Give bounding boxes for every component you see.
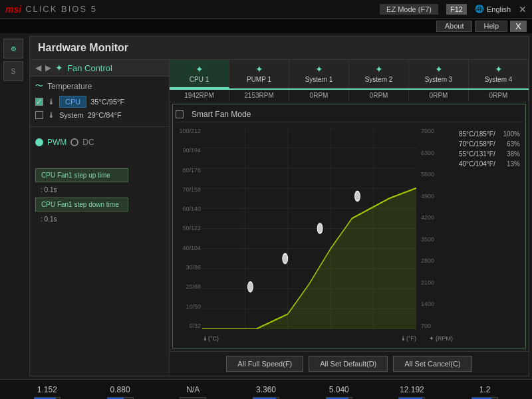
smart-fan-label: Smart Fan Mode xyxy=(192,110,251,119)
fan-tab-pump1[interactable]: ✦ PUMP 1 xyxy=(229,60,289,88)
legend-temp-2: 55°C/131°F/ xyxy=(459,150,495,158)
volt-value-sys12: 12.192 xyxy=(400,385,424,394)
fan-rpm-1: 2153RPM xyxy=(229,90,289,101)
fan-tab-sys3[interactable]: ✦ System 3 xyxy=(409,60,469,88)
legend-temp-3: 40°C/104°F/ xyxy=(459,160,495,168)
volt-item-cpunb: 0.880 CPU NB xyxy=(84,385,157,399)
bios-title: CLICK BIOS 5 xyxy=(25,4,97,14)
fan-rpm-3: 0RPM xyxy=(349,90,409,101)
volt-value-cpunb: 0.880 xyxy=(110,385,130,394)
svg-point-19 xyxy=(354,191,360,201)
fan-tab-icon-5: ✦ xyxy=(495,64,503,74)
x-label-rpm: ✦ (RPM) xyxy=(429,335,454,342)
svg-point-16 xyxy=(247,282,253,292)
fan-tab-sys4[interactable]: ✦ System 4 xyxy=(469,60,529,88)
legend-pct-0: 100% xyxy=(503,130,520,138)
hw-left: ◀ ▶ ✦ Fan Control 〜 Temperature ✓ 🌡 CPU xyxy=(30,60,170,376)
svg-marker-15 xyxy=(202,188,416,329)
sidebar-icon-2[interactable]: S xyxy=(3,61,23,81)
language-selector[interactable]: 🌐 English xyxy=(475,5,511,13)
fan-tab-icon-0: ✦ xyxy=(196,64,203,74)
system-checkbox[interactable] xyxy=(35,111,43,119)
volt-value-cpucore: 1.152 xyxy=(37,385,57,394)
system-temp-row: 🌡 System 29°C/84°F xyxy=(35,110,164,120)
ez-mode-button[interactable]: EZ Mode (F7) xyxy=(380,4,438,15)
fan-chart xyxy=(202,128,416,329)
temp-header: 〜 Temperature xyxy=(35,80,164,92)
chart-x-labels: 🌡(°C) 🌡(°F) ✦ (RPM) xyxy=(202,332,416,345)
step-down-value: : 0.1s xyxy=(35,214,164,224)
legend-temp-0: 85°C/185°F/ xyxy=(459,130,495,138)
step-up-button[interactable]: CPU Fan1 step up time xyxy=(35,168,128,182)
fan-rpm-2: 0RPM xyxy=(289,90,349,101)
legend-pct-3: 13% xyxy=(507,160,520,168)
fan-tab-label-2: System 1 xyxy=(305,76,333,83)
legend-item-2: 55°C/131°F/ 38% xyxy=(459,150,520,158)
fan-rpm-4: 0RPM xyxy=(409,90,469,101)
fan-tab-label-1: PUMP 1 xyxy=(247,76,271,83)
volt-item-cpucore: 1.152 CPU Core xyxy=(11,385,84,399)
help-button[interactable]: Help xyxy=(475,21,507,32)
legend-pct-1: 63% xyxy=(507,140,520,148)
legend-item-3: 40°C/104°F/ 13% xyxy=(459,160,520,168)
cpu-temp-row: ✓ 🌡 CPU 35°C/95°F xyxy=(35,96,164,108)
fan-tab-label-0: CPU 1 xyxy=(190,76,209,83)
x-label-celsius: 🌡(°C) xyxy=(202,335,219,342)
volt-value-sys33: 3.360 xyxy=(256,385,276,394)
f12-badge: F12 xyxy=(446,4,467,15)
legend-item-0: 85°C/185°F/ 100% xyxy=(459,130,520,138)
fan-tab-sys1[interactable]: ✦ System 1 xyxy=(289,60,349,88)
smart-fan-row: Smart Fan Mode xyxy=(176,107,523,122)
system-label: System xyxy=(59,111,84,119)
smart-fan-checkbox[interactable] xyxy=(176,110,184,118)
main-content: ⚙ S Hardware Monitor ◀ ▶ ✦ Fan Control 〜 xyxy=(0,33,532,379)
volt-item-dram: 1.2 DRAM xyxy=(448,385,521,399)
pwm-label: PWM xyxy=(47,138,66,147)
panel-title: Hardware Monitor xyxy=(30,37,529,60)
second-bar: About Help X xyxy=(0,19,532,33)
bottom-buttons: All Full Speed(F) All Set Default(D) All… xyxy=(170,351,529,376)
pwm-dc-row: PWM DC xyxy=(35,138,164,147)
step-up-value: : 0.1s xyxy=(35,185,164,195)
hw-body: ◀ ▶ ✦ Fan Control 〜 Temperature ✓ 🌡 CPU xyxy=(30,60,529,376)
fan-tab-icon-2: ✦ xyxy=(315,64,323,74)
fan-icon: ✦ xyxy=(55,63,63,73)
step-down-button[interactable]: CPU Fan1 step down time xyxy=(35,198,128,211)
cpu-checkbox[interactable]: ✓ xyxy=(35,98,43,106)
close-button[interactable]: X xyxy=(510,21,527,32)
voltage-section: 1.152 CPU Core 0.880 CPU NB N/A CPU VDDP… xyxy=(0,379,532,399)
sidebar-icon-1[interactable]: ⚙ xyxy=(3,39,23,59)
top-bar: msi CLICK BIOS 5 EZ Mode (F7) F12 🌐 Engl… xyxy=(0,0,532,19)
pwm-radio[interactable] xyxy=(35,138,43,146)
dc-label: DC xyxy=(82,138,94,147)
about-button[interactable]: About xyxy=(436,21,473,32)
fan-control-label: Fan Control xyxy=(67,63,112,73)
legend-temp-1: 70°C/158°F/ xyxy=(459,140,495,148)
chart-legend: 85°C/185°F/ 100% 70°C/158°F/ 63% 55°C/13… xyxy=(456,125,523,345)
set-default-button[interactable]: All Set Default(D) xyxy=(309,356,388,372)
fan-rpm-0: 1942RPM xyxy=(170,90,229,101)
fan-tab-label-4: System 3 xyxy=(425,76,453,83)
fan-tab-sys2[interactable]: ✦ System 2 xyxy=(349,60,409,88)
hardware-monitor-panel: Hardware Monitor ◀ ▶ ✦ Fan Control 〜 Tem… xyxy=(29,36,529,376)
system-temp-value: 29°C/84°F xyxy=(88,111,122,119)
sidebar: ⚙ S xyxy=(0,33,27,379)
nav-back-icon[interactable]: ◀ xyxy=(35,63,41,72)
fan-rpm-5: 0RPM xyxy=(469,90,529,101)
fan-tab-label-3: System 2 xyxy=(365,76,393,83)
dc-radio[interactable] xyxy=(70,138,78,146)
set-cancel-button[interactable]: All Set Cancel(C) xyxy=(393,356,471,372)
temperature-section: 〜 Temperature ✓ 🌡 CPU 35°C/95°F 🌡 System… xyxy=(30,76,169,127)
close-icon[interactable]: ✕ xyxy=(519,4,527,15)
full-speed-button[interactable]: All Full Speed(F) xyxy=(226,356,303,372)
fan-tab-label-5: System 4 xyxy=(485,76,513,83)
fan-control-bar: ◀ ▶ ✦ Fan Control xyxy=(30,60,169,76)
chart-y-labels-left: 100/212 90/194 80/176 70/158 60/140 50/1… xyxy=(176,125,202,332)
fan-tab-cpu1[interactable]: ✦ CPU 1 xyxy=(170,60,229,88)
top-bar-left: msi CLICK BIOS 5 xyxy=(5,4,97,15)
volt-value-sys5: 5.040 xyxy=(329,385,349,394)
legend-pct-2: 38% xyxy=(507,150,520,158)
temperature-label: Temperature xyxy=(47,82,92,91)
nav-forward-icon[interactable]: ▶ xyxy=(45,63,51,72)
cpu-badge: CPU xyxy=(59,96,86,108)
